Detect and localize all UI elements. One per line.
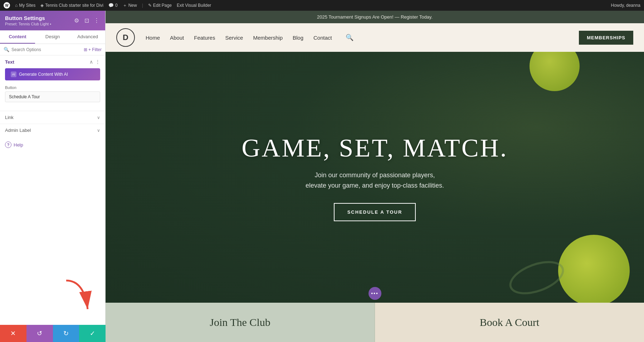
floating-dots-button[interactable]: ••• bbox=[369, 287, 381, 300]
nav-link-home[interactable]: Home bbox=[146, 35, 160, 41]
tennis-ball-decoration-br bbox=[558, 235, 630, 303]
comment-icon: 💬 bbox=[108, 3, 114, 8]
nav-link-blog[interactable]: Blog bbox=[293, 35, 303, 41]
main-layout: Button Settings Preset: Tennis Club Ligh… bbox=[0, 11, 644, 342]
help-label: Help bbox=[14, 142, 23, 148]
plus-icon: ＋ bbox=[123, 3, 127, 9]
admin-bar-my-sites[interactable]: ⌂ My Sites bbox=[15, 3, 35, 8]
red-arrow-overlay bbox=[55, 277, 106, 321]
layout-icon[interactable]: ⊡ bbox=[83, 17, 90, 24]
help-row[interactable]: ? Help bbox=[0, 137, 105, 153]
book-court-button[interactable]: Book A Court bbox=[375, 303, 644, 342]
hero-section: GAME, SET, MATCH. Join our community of … bbox=[106, 52, 644, 303]
chevron-up-icon[interactable]: ∧ bbox=[89, 59, 93, 65]
link-label: Link bbox=[5, 115, 14, 120]
chevron-down-icon: ∨ bbox=[97, 115, 100, 120]
nav-links: Home About Features Service Membership B… bbox=[146, 34, 572, 41]
section-more-icon[interactable]: ⋮ bbox=[95, 59, 100, 65]
button-text-input[interactable] bbox=[5, 91, 100, 102]
tennis-ball-decoration-tl bbox=[530, 52, 580, 91]
nav-link-features[interactable]: Features bbox=[194, 35, 215, 41]
help-icon: ? bbox=[5, 142, 11, 148]
undo-button[interactable]: ↺ bbox=[26, 325, 53, 342]
tab-advanced[interactable]: Advanced bbox=[70, 30, 105, 44]
bottom-action-bar: ✕ ↺ ↻ ✓ bbox=[0, 325, 106, 342]
button-field-label: Button bbox=[5, 85, 100, 90]
generate-ai-button[interactable]: AI Generate Content With AI bbox=[5, 68, 100, 80]
admin-bar: W ⌂ My Sites ◈ Tennis Club starter site … bbox=[0, 0, 644, 11]
admin-bar-exit-builder[interactable]: Exit Visual Builder bbox=[177, 3, 211, 8]
notification-bar: 2025 Tournament Signups Are Open! — Regi… bbox=[106, 11, 644, 23]
filter-button[interactable]: ⊞ + Filter bbox=[84, 47, 102, 52]
sidebar-header: Button Settings Preset: Tennis Club Ligh… bbox=[0, 11, 105, 30]
hero-title: GAME, SET, MATCH. bbox=[241, 133, 508, 163]
sidebar-preset: Preset: Tennis Club Light • bbox=[5, 22, 51, 26]
link-section[interactable]: Link ∨ bbox=[0, 111, 105, 124]
join-club-button[interactable]: Join The Club bbox=[106, 303, 375, 342]
content-area: 2025 Tournament Signups Are Open! — Regi… bbox=[106, 11, 644, 342]
tab-content[interactable]: Content bbox=[0, 30, 35, 44]
admin-bar-user[interactable]: Howdy, deanna bbox=[611, 3, 641, 8]
chevron-down-icon-2: ∨ bbox=[97, 128, 100, 133]
tab-design[interactable]: Design bbox=[35, 30, 70, 44]
bottom-cta-section: Join The Club Book A Court ••• bbox=[106, 303, 644, 342]
button-settings-sidebar: Button Settings Preset: Tennis Club Ligh… bbox=[0, 11, 106, 342]
hero-subtitle: Join our community of passionate players… bbox=[306, 170, 444, 191]
sidebar-tabs: Content Design Advanced bbox=[0, 30, 105, 44]
wp-icon[interactable]: W bbox=[4, 2, 10, 9]
admin-label-text: Admin Label bbox=[5, 128, 31, 133]
filter-icon: ⊞ bbox=[84, 47, 87, 52]
admin-bar-new[interactable]: ＋ New bbox=[123, 3, 137, 9]
pencil-icon: ✎ bbox=[148, 3, 152, 8]
house-icon: ⌂ bbox=[15, 3, 18, 8]
hero-cta-button[interactable]: SCHEDULE A TOUR bbox=[334, 203, 416, 221]
redo-button[interactable]: ↻ bbox=[53, 325, 79, 342]
settings-icon[interactable]: ⚙ bbox=[73, 17, 80, 24]
search-area: 🔍 ⊞ + Filter bbox=[0, 44, 105, 55]
divi-icon: ◈ bbox=[40, 3, 44, 8]
confirm-button[interactable]: ✓ bbox=[79, 325, 106, 342]
admin-bar-edit-page[interactable]: ✎ Edit Page bbox=[148, 3, 172, 8]
section-title: Text bbox=[5, 59, 14, 65]
memberships-button[interactable]: MEMBERSHIPS bbox=[579, 31, 633, 45]
nav-link-membership[interactable]: Membership bbox=[253, 35, 283, 41]
site-logo: D bbox=[116, 28, 135, 47]
admin-bar-comments[interactable]: 💬 0 bbox=[108, 3, 118, 8]
more-icon[interactable]: ⋮ bbox=[93, 17, 100, 24]
nav-link-contact[interactable]: Contact bbox=[313, 35, 332, 41]
sidebar-title: Button Settings bbox=[5, 15, 51, 21]
nav-link-about[interactable]: About bbox=[170, 35, 184, 41]
notification-text: 2025 Tournament Signups Are Open! — Regi… bbox=[317, 14, 433, 20]
text-section-header[interactable]: Text ∧ ⋮ bbox=[5, 59, 100, 65]
nav-link-service[interactable]: Service bbox=[225, 35, 243, 41]
admin-bar-divi-site[interactable]: ◈ Tennis Club starter site for Divi bbox=[40, 3, 103, 8]
cancel-button[interactable]: ✕ bbox=[0, 325, 26, 342]
ai-icon: AI bbox=[11, 71, 16, 77]
search-icon: 🔍 bbox=[4, 47, 9, 52]
admin-label-section[interactable]: Admin Label ∨ bbox=[0, 124, 105, 137]
button-field-group: Button bbox=[5, 85, 100, 102]
site-nav: D Home About Features Service Membership… bbox=[106, 23, 644, 52]
text-section: Text ∧ ⋮ AI Generate Content With AI But… bbox=[0, 55, 105, 111]
search-input[interactable] bbox=[11, 47, 82, 52]
nav-search-icon[interactable]: 🔍 bbox=[346, 34, 353, 41]
